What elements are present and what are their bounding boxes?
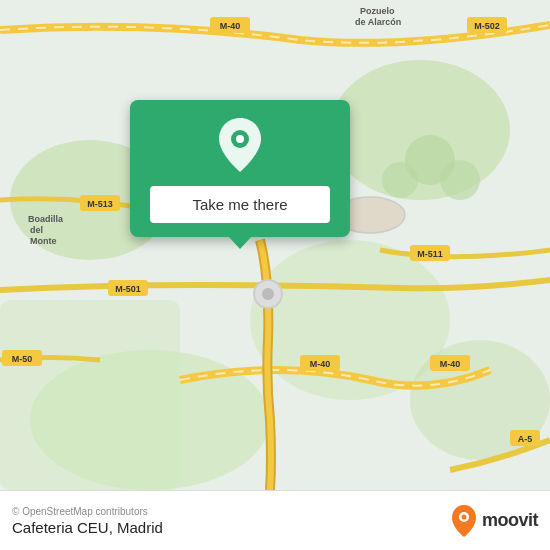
svg-text:Pozuelo: Pozuelo xyxy=(360,6,395,16)
moovit-pin-icon xyxy=(450,504,478,538)
svg-point-35 xyxy=(382,162,418,198)
pin-icon-wrapper xyxy=(213,118,267,172)
location-info: © OpenStreetMap contributors Cafeteria C… xyxy=(12,506,450,536)
svg-point-31 xyxy=(262,288,274,300)
svg-text:M-513: M-513 xyxy=(87,199,113,209)
svg-text:Boadilla: Boadilla xyxy=(28,214,64,224)
svg-text:M-40: M-40 xyxy=(310,359,331,369)
map-view: M-40 M-502 M-513 M-501 M-40 M-511 M-40 M… xyxy=(0,0,550,490)
location-popup[interactable]: Take me there xyxy=(130,100,350,237)
svg-point-37 xyxy=(236,135,244,143)
svg-text:de Alarcón: de Alarcón xyxy=(355,17,401,27)
svg-text:M-50: M-50 xyxy=(12,354,33,364)
svg-text:M-40: M-40 xyxy=(220,21,241,31)
moovit-logo: moovit xyxy=(450,504,538,538)
svg-text:Monte: Monte xyxy=(30,236,57,246)
svg-text:del: del xyxy=(30,225,43,235)
attribution-label: © OpenStreetMap contributors xyxy=(12,506,450,517)
bottom-bar: © OpenStreetMap contributors Cafeteria C… xyxy=(0,490,550,550)
svg-text:A-5: A-5 xyxy=(518,434,533,444)
svg-point-34 xyxy=(440,160,480,200)
take-me-there-button[interactable]: Take me there xyxy=(150,186,330,223)
location-title: Cafeteria CEU, Madrid xyxy=(12,519,450,536)
svg-text:M-502: M-502 xyxy=(474,21,500,31)
location-pin-icon xyxy=(215,116,265,174)
svg-text:M-501: M-501 xyxy=(115,284,141,294)
svg-point-39 xyxy=(461,514,466,519)
map-background: M-40 M-502 M-513 M-501 M-40 M-511 M-40 M… xyxy=(0,0,550,490)
svg-text:M-511: M-511 xyxy=(417,249,443,259)
moovit-text: moovit xyxy=(482,510,538,531)
svg-text:M-40: M-40 xyxy=(440,359,461,369)
